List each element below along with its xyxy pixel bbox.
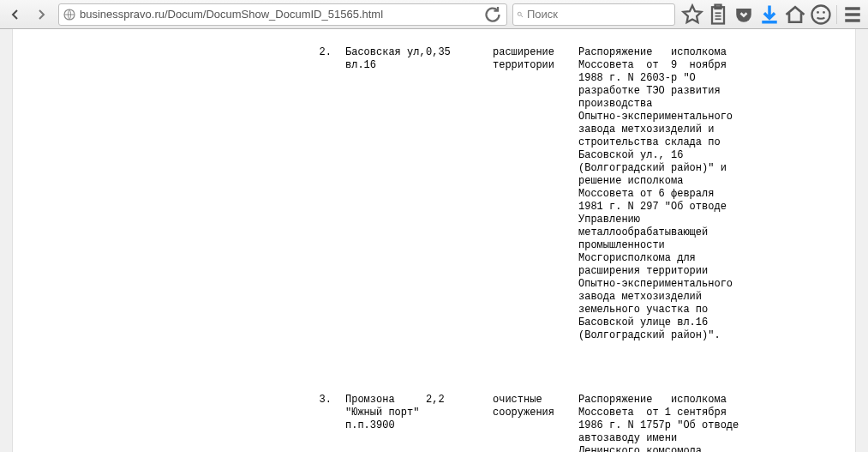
search-bar[interactable]	[512, 3, 675, 26]
home-icon[interactable]	[783, 3, 807, 26]
table-row: Моссовета от 6 февраля	[13, 188, 855, 201]
table-row: "Южный порт"сооруженияМоссовета от 1 сен…	[13, 407, 855, 419]
table-row: 3.Промзона2,2очистныеРаспоряжение исполк…	[13, 394, 855, 407]
table-row: Мосгорисполкома для	[13, 252, 855, 265]
table-row: п.п.39001986 г. N 1757р "Об отводе	[13, 419, 855, 432]
clipboard-icon[interactable]	[706, 3, 730, 26]
pocket-icon[interactable]	[732, 3, 756, 26]
table-row: 1981 г. N 297 "Об отводе	[13, 201, 855, 214]
viewport: 2.Басовская ул,0,35расширениеРаспоряжени…	[0, 29, 868, 452]
table-row: автозаводу имени	[13, 432, 855, 445]
table-row: Басовской ул., 16	[13, 149, 855, 162]
table-row: 1988 г. N 2603-р "О	[13, 72, 855, 85]
url-input[interactable]	[80, 8, 482, 21]
document-content: 2.Басовская ул,0,35расширениеРаспоряжени…	[13, 29, 855, 452]
table-row: Опытно-экспериментального	[13, 278, 855, 291]
url-bar[interactable]	[58, 3, 507, 26]
globe-icon	[63, 8, 76, 21]
left-gutter	[0, 29, 13, 452]
svg-point-9	[812, 5, 830, 23]
bookmark-star-icon[interactable]	[680, 3, 704, 26]
table-row: строительства склада по	[13, 136, 855, 149]
table-row: расширения территории	[13, 265, 855, 278]
table-row: завода метхозизделий	[13, 291, 855, 304]
svg-point-1	[518, 12, 521, 15]
back-button[interactable]	[3, 3, 27, 26]
table-row: (Волгоградский район)" и	[13, 162, 855, 175]
table-row: завода метхозизделий и	[13, 124, 855, 136]
vertical-scrollbar[interactable]	[855, 29, 868, 452]
table-row: Управлению	[13, 214, 855, 226]
table-row: вл.16территорииМоссовета от 9 ноября	[13, 59, 855, 72]
table-row: (Волгоградский район)".	[13, 329, 855, 342]
search-input[interactable]	[527, 8, 671, 21]
browser-toolbar	[0, 0, 868, 29]
table-row: промышленности	[13, 239, 855, 252]
table-row: Опытно-экспериментального	[13, 111, 855, 124]
table-row: земельного участка по	[13, 304, 855, 316]
table-row: разработке ТЭО развития	[13, 85, 855, 98]
svg-line-2	[521, 15, 523, 17]
svg-point-10	[817, 10, 819, 13]
search-icon	[517, 9, 524, 21]
table-row: Ленинского комсомола	[13, 445, 855, 452]
reload-button[interactable]	[482, 4, 503, 25]
svg-point-11	[823, 10, 825, 13]
table-row: 2.Басовская ул,0,35расширениеРаспоряжени…	[13, 46, 855, 59]
table-row: металлообрабатывающей	[13, 226, 855, 239]
forward-button[interactable]	[29, 3, 53, 26]
table-row: Басовской улице вл.16	[13, 316, 855, 329]
menu-icon[interactable]	[841, 3, 865, 26]
table-row: решение исполкома	[13, 175, 855, 188]
table-row: производства	[13, 98, 855, 111]
download-icon[interactable]	[757, 3, 781, 26]
toolbar-separator	[836, 5, 837, 24]
feedback-smiley-icon[interactable]	[809, 3, 833, 26]
